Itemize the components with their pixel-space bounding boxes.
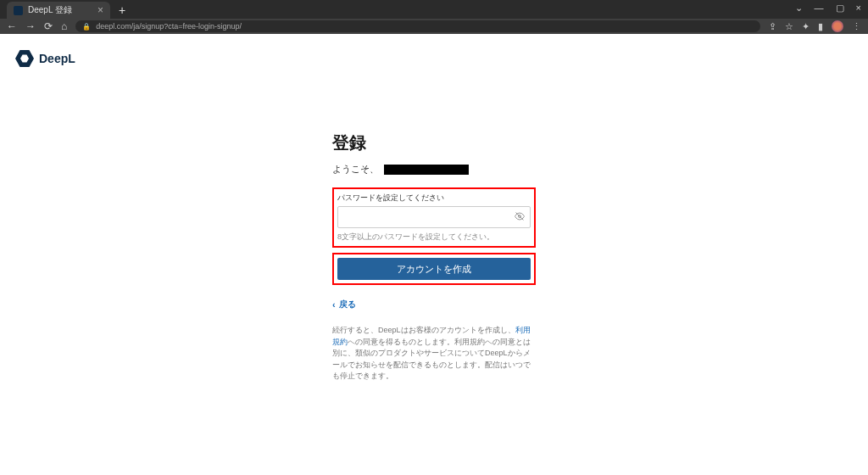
welcome-row: ようこそ、 — [332, 163, 536, 176]
password-input-wrap — [337, 206, 531, 228]
tab-bar: DeepL 登録 × + ⌄ — ▢ × — [0, 0, 868, 19]
password-section-highlight: パスワードを設定してください 8文字以上のパスワードを設定してください。 — [332, 187, 536, 248]
close-window-icon[interactable]: × — [856, 3, 861, 14]
window-controls: ⌄ — ▢ × — [795, 3, 861, 14]
back-label: 戻る — [339, 299, 356, 310]
password-input[interactable] — [343, 213, 515, 222]
tab-title: DeepL 登録 — [28, 4, 92, 16]
eye-icon[interactable] — [515, 211, 525, 223]
profile-icon[interactable] — [832, 20, 843, 32]
menu-icon[interactable]: ⋮ — [852, 21, 861, 32]
minimize-icon[interactable]: — — [815, 3, 824, 14]
chevron-down-icon[interactable]: ⌄ — [795, 3, 803, 14]
extensions-icon[interactable]: ✦ — [802, 21, 810, 32]
browser-toolbar: ← → ⟳ ⌂ 🔒 deepl.com/ja/signup?cta=free-l… — [0, 19, 868, 34]
lock-icon: 🔒 — [82, 23, 91, 31]
toolbar-right: ⇪ ☆ ✦ ▮ ⋮ — [769, 20, 861, 32]
forward-icon[interactable]: → — [25, 20, 36, 32]
url-text: deepl.com/ja/signup?cta=free-login-signu… — [96, 22, 242, 31]
new-tab-button[interactable]: + — [119, 3, 125, 17]
create-button-highlight: アカウントを作成 — [332, 253, 536, 285]
logo-mark — [15, 49, 34, 68]
logo[interactable]: DeepL — [15, 49, 75, 68]
star-icon[interactable]: ☆ — [785, 21, 793, 32]
signup-form: 登録 ようこそ、 パスワードを設定してください 8文字以上のパスワードを設定して… — [332, 34, 536, 383]
tab-favicon — [14, 6, 23, 15]
back-link[interactable]: ‹ 戻る — [332, 299, 356, 310]
welcome-text: ようこそ、 — [332, 163, 379, 176]
address-bar[interactable]: 🔒 deepl.com/ja/signup?cta=free-login-sig… — [75, 20, 760, 32]
logo-text: DeepL — [39, 52, 75, 65]
back-icon[interactable]: ← — [7, 20, 17, 32]
password-helper: 8文字以上のパスワードを設定してください。 — [337, 232, 531, 243]
reload-icon[interactable]: ⟳ — [44, 20, 53, 32]
browser-tab[interactable]: DeepL 登録 × — [7, 2, 110, 19]
create-account-button[interactable]: アカウントを作成 — [337, 258, 531, 280]
share-icon[interactable]: ⇪ — [769, 21, 776, 32]
tab-close-icon[interactable]: × — [97, 5, 103, 15]
password-label: パスワードを設定してください — [337, 193, 531, 204]
terms-text: 続行すると、DeepLはお客様のアカウントを作成し、利用規約への同意を得るものと… — [332, 325, 536, 383]
maximize-icon[interactable]: ▢ — [836, 3, 844, 14]
bookmark-icon[interactable]: ▮ — [818, 21, 823, 32]
page-content: DeepL 登録 ようこそ、 パスワードを設定してください 8文字以上のパスワー — [0, 34, 868, 475]
home-icon[interactable]: ⌂ — [61, 20, 67, 32]
user-email-redacted — [384, 165, 469, 175]
chevron-left-icon: ‹ — [332, 299, 336, 310]
browser-chrome: DeepL 登録 × + ⌄ — ▢ × ← → ⟳ ⌂ 🔒 deepl.com… — [0, 0, 868, 34]
page-heading: 登録 — [332, 131, 536, 154]
